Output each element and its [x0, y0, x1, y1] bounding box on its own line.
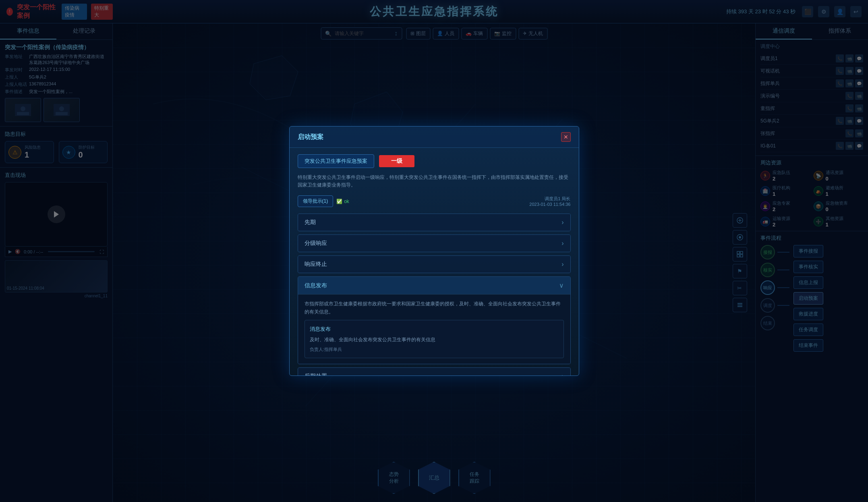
accordion-item-5: 后期处置 ›	[298, 367, 571, 376]
sub-resp: 负责人:指挥单兵	[310, 346, 559, 353]
accordion-label-2: 分级响应	[305, 240, 327, 247]
modal-close-button[interactable]: ✕	[561, 132, 571, 142]
accordion-header-5[interactable]: 后期处置 ›	[298, 368, 570, 376]
plan-type-button[interactable]: 突发公共卫生事件应急预案	[298, 154, 374, 168]
approval-button[interactable]: 领导批示(1)	[298, 195, 334, 207]
accordion-label-3: 响应终止	[305, 261, 327, 268]
modal-overlay[interactable]: 启动预案 ✕ 突发公共卫生事件应急预案 一级 特别重大突发公共卫生事件启动一级响…	[0, 0, 868, 502]
accordion-item-3: 响应终止 ›	[298, 255, 571, 273]
accordion-arrow-5: ›	[561, 373, 563, 376]
modal-body: 突发公共卫生事件应急预案 一级 特别重大突发公共卫生事件启动一级响应，特别重大突…	[290, 148, 579, 376]
sub-desc: 及时、准确、全面向社会发布突发公共卫生事件的有关信息	[310, 336, 559, 344]
plan-description: 特别重大突发公共卫生事件启动一级响应，特别重大突发公共卫生事件在国务统一指挥下，…	[298, 174, 571, 189]
approval-right: 调度员1 局长 2023-01-03 11:54:36	[529, 196, 570, 207]
accordion-label-5: 后期处置	[305, 373, 327, 376]
plan-approval: 领导批示(1) ✅ ok 调度员1 局长 2023-01-03 11:54:36	[298, 195, 571, 207]
ok-text: ok	[344, 199, 349, 204]
accordion-item-1: 先期 ›	[298, 214, 571, 231]
modal-header: 启动预案 ✕	[290, 127, 579, 148]
approval-left: 领导批示(1) ✅ ok	[298, 195, 349, 207]
info-publish-desc: 市指挥部或市卫生健康委根据市政府统一要求和国家卫生健康委的授权，及时、准确、全面…	[305, 300, 564, 315]
accordion-header-4[interactable]: 信息发布 ∨	[298, 277, 570, 294]
accordion-header-1[interactable]: 先期 ›	[298, 214, 570, 231]
accordion-content-4: 市指挥部或市卫生健康委根据市政府统一要求和国家卫生健康委的授权，及时、准确、全面…	[298, 294, 570, 364]
accordion-arrow-3: ›	[561, 261, 563, 268]
accordion-item-4: 信息发布 ∨ 市指挥部或市卫生健康委根据市政府统一要求和国家卫生健康委的授权，及…	[298, 276, 571, 364]
approve-time: 2023-01-03 11:54:36	[529, 202, 570, 207]
approver-name: 调度员1 局长	[529, 196, 570, 202]
ok-check-icon: ✅	[336, 199, 342, 204]
accordion-header-3[interactable]: 响应终止 ›	[298, 256, 570, 273]
accordion-label-4: 信息发布	[305, 282, 327, 289]
accordion-arrow-4: ∨	[559, 282, 564, 289]
accordion-item-2: 分级响应 ›	[298, 234, 571, 252]
approval-ok: ✅ ok	[336, 199, 349, 204]
plan-header: 突发公共卫生事件应急预案 一级	[298, 154, 571, 168]
sub-title: 消息发布	[310, 325, 559, 334]
accordion-label-1: 先期	[305, 219, 316, 226]
sub-section-message: 消息发布 及时、准确、全面向社会发布突发公共卫生事件的有关信息 负责人:指挥单兵	[305, 320, 564, 359]
modal-start-plan: 启动预案 ✕ 突发公共卫生事件应急预案 一级 特别重大突发公共卫生事件启动一级响…	[289, 126, 579, 376]
accordion-header-2[interactable]: 分级响应 ›	[298, 235, 570, 252]
modal-title: 启动预案	[298, 133, 323, 141]
accordion-arrow-2: ›	[561, 240, 563, 247]
plan-level-badge: 一级	[379, 155, 414, 167]
accordion-arrow-1: ›	[561, 219, 563, 226]
